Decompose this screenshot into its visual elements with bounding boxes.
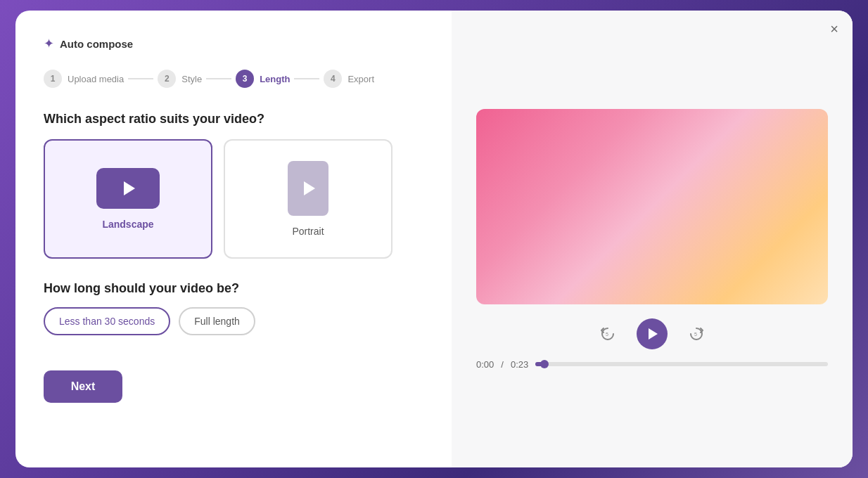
step-1: 1 Upload media	[44, 70, 124, 88]
forward-icon: 5	[687, 325, 706, 343]
landscape-card[interactable]: Landscape	[44, 139, 212, 259]
rewind-button[interactable]: 5	[599, 325, 617, 343]
step-2: 2 Style	[158, 70, 202, 88]
video-length-title: How long should your video be?	[44, 281, 423, 296]
progress-bar[interactable]	[535, 362, 828, 366]
portrait-play-icon	[288, 161, 328, 216]
time-separator: /	[501, 359, 504, 370]
portrait-play-triangle	[304, 181, 315, 195]
auto-compose-header: ✦ Auto compose	[44, 36, 423, 51]
video-controls: 5 5 0:00 /	[476, 318, 828, 370]
step-connector-1	[128, 78, 153, 79]
step-3-label: Length	[260, 74, 290, 84]
landscape-play-icon	[96, 168, 160, 209]
progress-dot	[540, 360, 549, 368]
full-length-button[interactable]: Full length	[179, 307, 255, 335]
svg-text:5: 5	[694, 332, 697, 337]
step-connector-2	[206, 78, 231, 79]
length-options: Less than 30 seconds Full length	[44, 307, 423, 335]
control-buttons: 5 5	[599, 318, 706, 349]
video-preview	[476, 109, 828, 304]
forward-button[interactable]: 5	[687, 325, 706, 343]
svg-text:5: 5	[606, 332, 608, 337]
step-4: 4 Export	[324, 70, 374, 88]
right-panel: 5 5 0:00 /	[452, 11, 853, 467]
step-connector-3	[294, 78, 319, 79]
step-1-number: 1	[44, 70, 62, 88]
landscape-label: Landscape	[102, 219, 153, 230]
step-2-label: Style	[181, 74, 202, 84]
steps: 1 Upload media 2 Style 3 Length 4 Export	[44, 70, 423, 88]
play-icon	[649, 328, 658, 340]
total-time: 0:23	[511, 359, 528, 370]
step-4-label: Export	[347, 74, 374, 84]
portrait-card[interactable]: Portrait	[224, 139, 392, 259]
landscape-play-triangle	[124, 181, 135, 195]
next-button[interactable]: Next	[44, 370, 122, 403]
step-1-label: Upload media	[68, 74, 124, 84]
play-button[interactable]	[637, 318, 668, 349]
modal: × ✦ Auto compose 1 Upload media 2 Style …	[15, 11, 853, 467]
step-2-number: 2	[158, 70, 176, 88]
progress-row: 0:00 / 0:23	[476, 359, 828, 370]
close-button[interactable]: ×	[830, 22, 838, 36]
step-3-number: 3	[236, 70, 254, 88]
portrait-label: Portrait	[292, 226, 324, 237]
auto-compose-title: Auto compose	[60, 38, 133, 50]
current-time: 0:00	[476, 359, 494, 370]
step-4-number: 4	[324, 70, 342, 88]
ratio-cards: Landscape Portrait	[44, 139, 423, 259]
aspect-ratio-title: Which aspect ratio suits your video?	[44, 112, 423, 127]
step-3: 3 Length	[236, 70, 290, 88]
left-panel: ✦ Auto compose 1 Upload media 2 Style 3 …	[15, 11, 452, 467]
less-than-30-button[interactable]: Less than 30 seconds	[44, 307, 170, 335]
auto-compose-icon: ✦	[44, 36, 54, 51]
rewind-icon: 5	[599, 325, 617, 343]
